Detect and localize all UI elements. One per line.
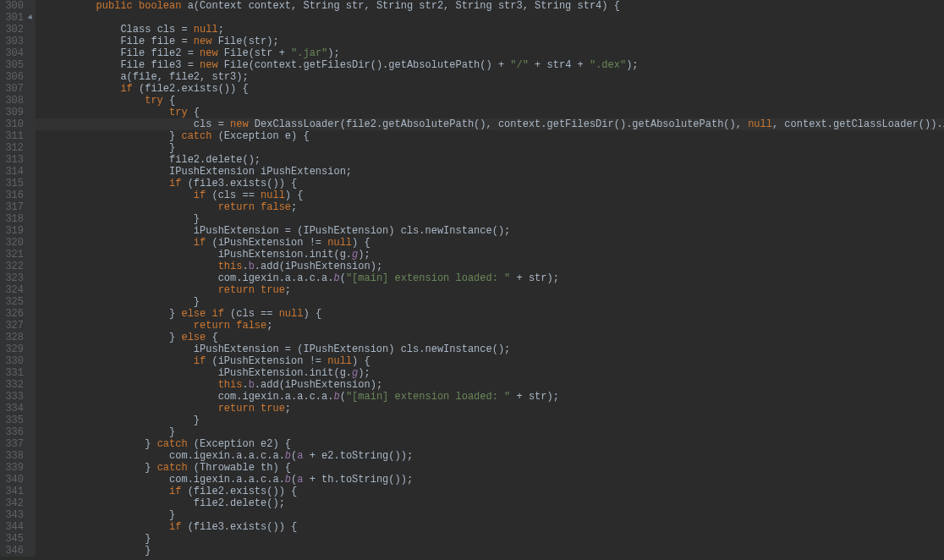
code-line[interactable]: if (iPushExtension != null) { xyxy=(47,355,944,367)
line-number: 306 xyxy=(0,71,24,83)
code-line[interactable]: com.igexin.a.a.c.a.b("[main] extension l… xyxy=(47,272,944,284)
code-line[interactable]: a(file, file2, str3); xyxy=(47,71,944,83)
line-number: 341 xyxy=(0,486,24,497)
line-number: 325 xyxy=(0,296,24,308)
code-line[interactable]: } xyxy=(47,213,944,225)
line-number-gutter: 3003013023033043053063073083093103113123… xyxy=(0,0,36,557)
line-number: 322 xyxy=(0,261,24,272)
code-line[interactable]: IPushExtension iPushExtension; xyxy=(47,166,944,178)
code-line[interactable]: } catch (Exception e) { xyxy=(47,130,944,142)
code-line[interactable]: if (iPushExtension != null) { xyxy=(47,237,944,249)
line-number: 328 xyxy=(0,332,24,343)
line-number: 311 xyxy=(0,130,24,142)
code-line[interactable] xyxy=(47,12,944,24)
line-number: 304 xyxy=(0,47,24,59)
code-line[interactable]: try { xyxy=(47,95,944,107)
code-editor[interactable]: 3003013023033043053063073083093103113123… xyxy=(0,0,944,557)
line-number: 314 xyxy=(0,166,24,178)
code-line[interactable]: iPushExtension.init(g.g); xyxy=(47,367,944,379)
code-line[interactable]: file2.delete(); xyxy=(47,154,944,166)
line-number: 326 xyxy=(0,308,24,320)
line-number: 332 xyxy=(0,379,24,391)
code-line[interactable]: Class cls = null; xyxy=(47,24,944,36)
line-number: 327 xyxy=(0,320,24,332)
line-number: 346 xyxy=(0,545,24,557)
code-line[interactable]: try { xyxy=(47,107,944,118)
code-line[interactable]: com.igexin.a.a.c.a.b(a + e2.toString()); xyxy=(47,450,944,462)
line-number: 316 xyxy=(0,189,24,201)
code-line[interactable]: } xyxy=(47,426,944,438)
code-line[interactable]: iPushExtension.init(g.g); xyxy=(47,249,944,261)
code-line[interactable]: iPushExtension = (IPushExtension) cls.ne… xyxy=(47,225,944,237)
line-number: 340 xyxy=(0,474,24,486)
line-number: 302 xyxy=(0,24,24,36)
line-number: 335 xyxy=(0,415,24,426)
line-number: 324 xyxy=(0,284,24,296)
line-number: 303 xyxy=(0,36,24,47)
code-line[interactable]: } xyxy=(47,415,944,426)
line-number: 320 xyxy=(0,237,24,249)
code-line[interactable]: if (file3.exists()) { xyxy=(47,178,944,189)
code-line[interactable]: } xyxy=(47,533,944,545)
line-number: 338 xyxy=(0,450,24,462)
line-number: 336 xyxy=(0,426,24,438)
code-line[interactable]: com.igexin.a.a.c.a.b("[main] extension l… xyxy=(47,391,944,403)
line-number: 317 xyxy=(0,201,24,213)
code-line[interactable]: public boolean a(Context context, String… xyxy=(47,0,944,12)
code-line[interactable]: File file = new File(str); xyxy=(47,36,944,47)
code-line[interactable]: return true; xyxy=(47,403,944,415)
line-number: 315 xyxy=(0,178,24,189)
code-line[interactable]: if (file3.exists()) { xyxy=(47,521,944,533)
code-line[interactable]: return true; xyxy=(47,284,944,296)
line-number: 308 xyxy=(0,95,24,107)
line-number: 313 xyxy=(0,154,24,166)
code-line[interactable]: } xyxy=(47,296,944,308)
line-number: 318 xyxy=(0,213,24,225)
code-line[interactable]: File file3 = new File(context.getFilesDi… xyxy=(47,59,944,71)
line-number: 323 xyxy=(0,272,24,284)
line-number: 300 xyxy=(0,0,24,12)
code-line[interactable]: cls = new DexClassLoader(file2.getAbsolu… xyxy=(36,118,944,130)
code-line[interactable]: iPushExtension = (IPushExtension) cls.ne… xyxy=(47,343,944,355)
code-line[interactable]: } else { xyxy=(47,332,944,343)
line-number: 330 xyxy=(0,355,24,367)
line-number: 309 xyxy=(0,107,24,118)
line-number: 321 xyxy=(0,249,24,261)
code-line[interactable]: } else if (cls == null) { xyxy=(47,308,944,320)
code-line[interactable]: if (cls == null) { xyxy=(47,189,944,201)
code-line[interactable]: this.b.add(iPushExtension); xyxy=(47,261,944,272)
line-number: 307 xyxy=(0,83,24,95)
code-line[interactable]: } xyxy=(47,509,944,521)
code-line[interactable]: } catch (Throwable th) { xyxy=(47,462,944,474)
code-line[interactable]: file2.delete(); xyxy=(47,497,944,509)
code-line[interactable]: if (file2.exists()) { xyxy=(47,486,944,497)
line-number: 342 xyxy=(0,497,24,509)
line-number: 344 xyxy=(0,521,24,533)
code-area[interactable]: public boolean a(Context context, String… xyxy=(36,0,944,557)
line-number: 339 xyxy=(0,462,24,474)
code-line[interactable]: File file2 = new File(str + ".jar"); xyxy=(47,47,944,59)
code-line[interactable]: com.igexin.a.a.c.a.b(a + th.toString()); xyxy=(47,474,944,486)
code-line[interactable]: return false; xyxy=(47,320,944,332)
code-line[interactable]: this.b.add(iPushExtension); xyxy=(47,379,944,391)
line-number: 333 xyxy=(0,391,24,403)
code-line[interactable]: } xyxy=(47,142,944,154)
line-number: 331 xyxy=(0,367,24,379)
code-line[interactable]: } catch (Exception e2) { xyxy=(47,438,944,450)
line-number: 329 xyxy=(0,343,24,355)
line-number: 312 xyxy=(0,142,24,154)
line-number: 334 xyxy=(0,403,24,415)
line-number: 337 xyxy=(0,438,24,450)
line-number: 319 xyxy=(0,225,24,237)
line-number: 305 xyxy=(0,59,24,71)
line-number: 310 xyxy=(0,118,24,130)
code-line[interactable]: if (file2.exists()) { xyxy=(47,83,944,95)
code-line[interactable]: return false; xyxy=(47,201,944,213)
line-number: 301 xyxy=(0,12,24,24)
line-number: 343 xyxy=(0,509,24,521)
line-number: 345 xyxy=(0,533,24,545)
code-line[interactable]: } xyxy=(47,545,944,557)
